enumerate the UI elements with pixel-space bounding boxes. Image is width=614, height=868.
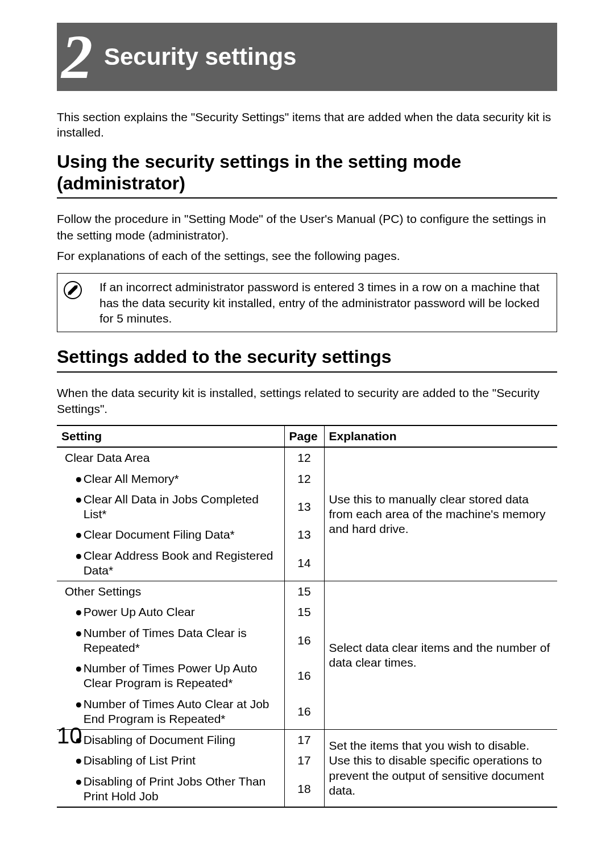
page-cell: 17	[284, 730, 324, 751]
setting-label: Number of Times Auto Clear at Job End Pr…	[84, 697, 280, 727]
table-header-row: Setting Page Explanation	[57, 425, 557, 447]
table-row: ●Disabling of Document Filing17Set the i…	[57, 730, 557, 751]
paragraph: When the data security kit is installed,…	[57, 385, 557, 418]
page-cell: 12	[284, 447, 324, 468]
setting-label: Clear All Data in Jobs Completed List*	[84, 492, 280, 522]
page: 2 Security settings This section explain…	[0, 0, 614, 868]
paragraph: Follow the procedure in "Setting Mode" o…	[57, 211, 557, 243]
bullet-icon: ●	[75, 753, 82, 768]
page-cell: 13	[284, 489, 324, 525]
setting-label: Number of Times Data Clear is Repeated*	[84, 626, 280, 656]
chapter-title: Security settings	[104, 43, 296, 71]
setting-cell: ●Clear All Data in Jobs Completed List*	[57, 489, 284, 525]
content-area: This section explains the "Security Sett…	[57, 109, 557, 808]
page-cell: 13	[284, 524, 324, 545]
setting-cell: ●Disabling of List Print	[57, 750, 284, 771]
setting-label: Disabling of Document Filing	[84, 733, 235, 747]
page-cell: 16	[284, 694, 324, 730]
page-number: 10	[57, 723, 82, 749]
setting-cell: Other Settings	[57, 581, 284, 602]
section-heading-1: Using the security settings in the setti…	[57, 151, 557, 199]
page-cell: 16	[284, 658, 324, 694]
setting-cell: ●Number of Times Auto Clear at Job End P…	[57, 694, 284, 730]
col-header-setting: Setting	[57, 425, 284, 447]
note-icon	[63, 280, 82, 300]
page-cell: 18	[284, 771, 324, 808]
explanation-cell: Select data clear items and the number o…	[324, 581, 557, 730]
bullet-icon: ●	[75, 661, 82, 691]
chapter-header: 2 Security settings	[57, 23, 557, 91]
setting-label: Number of Times Power Up Auto Clear Prog…	[84, 661, 280, 691]
paragraph: For explanations of each of the settings…	[57, 248, 557, 264]
bullet-icon: ●	[75, 605, 82, 619]
setting-label: Clear Document Filing Data*	[84, 527, 235, 542]
bullet-icon: ●	[75, 626, 82, 656]
setting-label: Disabling of Print Jobs Other Than Print…	[84, 774, 280, 804]
page-cell: 15	[284, 581, 324, 602]
page-cell: 15	[284, 602, 324, 622]
page-cell: 12	[284, 469, 324, 489]
setting-label: Clear Address Book and Registered Data*	[84, 548, 280, 578]
setting-label: Disabling of List Print	[84, 753, 196, 768]
setting-cell: ●Clear Document Filing Data*	[57, 524, 284, 545]
setting-cell: ●Number of Times Power Up Auto Clear Pro…	[57, 658, 284, 694]
setting-cell: ●Disabling of Print Jobs Other Than Prin…	[57, 771, 284, 808]
page-cell: 16	[284, 623, 324, 659]
bullet-icon: ●	[75, 472, 82, 486]
svg-line-1	[68, 286, 77, 295]
explanation-cell: Use this to manually clear stored data f…	[324, 447, 557, 581]
settings-table: Setting Page Explanation Clear Data Area…	[57, 425, 557, 808]
explanation-cell: Set the items that you wish to disable. …	[324, 730, 557, 808]
section-heading-2: Settings added to the security settings	[57, 346, 557, 372]
setting-cell: ●Clear All Memory*	[57, 469, 284, 489]
table-row: Clear Data Area12Use this to manually cl…	[57, 447, 557, 468]
page-cell: 17	[284, 750, 324, 771]
col-header-explanation: Explanation	[324, 425, 557, 447]
note-text: If an incorrect administrator password i…	[99, 279, 549, 326]
page-cell: 14	[284, 545, 324, 581]
bullet-icon: ●	[75, 697, 82, 727]
setting-cell: ●Power Up Auto Clear	[57, 602, 284, 622]
bullet-icon: ●	[75, 492, 82, 522]
setting-cell: ●Number of Times Data Clear is Repeated*	[57, 623, 284, 659]
note-box: If an incorrect administrator password i…	[57, 273, 557, 332]
col-header-page: Page	[284, 425, 324, 447]
bullet-icon: ●	[75, 527, 82, 542]
setting-cell: Clear Data Area	[57, 447, 284, 468]
bullet-icon: ●	[75, 548, 82, 578]
setting-label: Clear All Memory*	[84, 472, 179, 486]
table-row: Other Settings15Select data clear items …	[57, 581, 557, 602]
intro-text: This section explains the "Security Sett…	[57, 109, 557, 140]
setting-cell: ●Disabling of Document Filing	[57, 730, 284, 751]
setting-label: Power Up Auto Clear	[84, 605, 195, 619]
bullet-icon: ●	[75, 774, 82, 804]
setting-cell: ●Clear Address Book and Registered Data*	[57, 545, 284, 581]
chapter-number: 2	[61, 26, 93, 88]
